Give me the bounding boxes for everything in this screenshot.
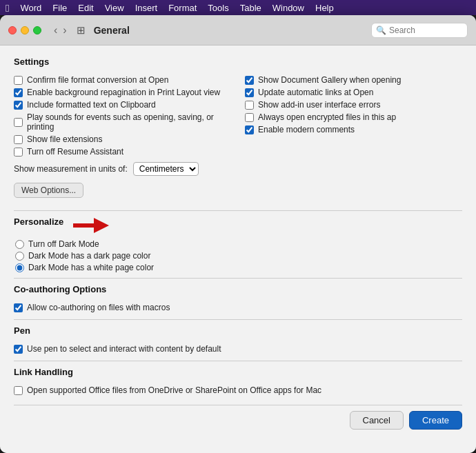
dark-mode-dark-label: Dark Mode has a dark page color	[28, 251, 150, 261]
modern-comments-label: Enable modern comments	[258, 125, 355, 134]
auto-links-label: Update automatic links at Open	[258, 88, 373, 97]
coauthoring-macros-checkbox[interactable]	[14, 303, 23, 312]
cancel-button[interactable]: Cancel	[350, 411, 404, 430]
measurement-row: Show measurement in units of: Centimeter…	[14, 162, 462, 176]
pen-select-checkbox[interactable]	[14, 345, 23, 354]
checkbox-row: Play sounds for events such as opening, …	[14, 111, 231, 133]
coauthoring-divider	[14, 319, 462, 320]
menubar:  Word File Edit View Insert Format Tool…	[0, 0, 476, 15]
confirm-format-label: Confirm file format conversion at Open	[27, 75, 168, 85]
checkbox-row: Enable background repagination in Print …	[14, 86, 231, 99]
addin-errors-label: Show add-in user interface errors	[258, 100, 380, 110]
menubar-help[interactable]: Help	[315, 3, 334, 13]
maximize-button[interactable]	[33, 26, 41, 34]
confirm-format-checkbox[interactable]	[14, 76, 23, 85]
checkbox-row: Open supported Office files from OneDriv…	[14, 384, 462, 396]
menubar-word[interactable]: Word	[20, 3, 41, 13]
menubar-tools[interactable]: Tools	[208, 3, 228, 13]
checkbox-row: Enable modern comments	[245, 123, 462, 136]
apple-menu[interactable]: 	[6, 2, 9, 14]
settings-right-col: Show Document Gallery when opening Updat…	[245, 74, 462, 158]
create-button[interactable]: Create	[409, 411, 462, 430]
coauthoring-section-title: Co-authoring Options	[14, 284, 462, 294]
doc-gallery-checkbox[interactable]	[245, 76, 254, 85]
pen-divider	[14, 361, 462, 361]
link-handling-section-title: Link Handling	[14, 367, 462, 377]
traffic-lights	[8, 26, 41, 34]
addin-errors-checkbox[interactable]	[245, 101, 254, 110]
link-handling-checkbox[interactable]	[14, 386, 23, 395]
preferences-content: Settings Confirm file format conversion …	[0, 46, 476, 453]
radio-row: Dark Mode has a dark page color	[15, 251, 462, 261]
checkbox-row: Allow co-authoring on files with macros	[14, 301, 462, 314]
window-title: General	[94, 25, 130, 36]
radio-row: Dark Mode has a white page color	[15, 263, 462, 272]
search-icon: 🔍	[376, 26, 386, 35]
checkbox-row: Update automatic links at Open	[245, 86, 462, 99]
play-sounds-label: Play sounds for events such as opening, …	[27, 112, 231, 132]
menubar-format[interactable]: Format	[168, 3, 197, 13]
pen-select-label: Use pen to select and interact with cont…	[27, 344, 221, 354]
bottom-buttons: Cancel Create	[14, 405, 462, 430]
red-arrow-icon	[73, 218, 109, 233]
coauthoring-macros-label: Allow co-authoring on files with macros	[27, 303, 170, 312]
pen-section-title: Pen	[14, 325, 462, 336]
radio-row: Turn off Dark Mode	[15, 239, 462, 249]
menubar-view[interactable]: View	[105, 3, 124, 13]
show-extensions-checkbox[interactable]	[14, 135, 23, 144]
web-options-button[interactable]: Web Options...	[14, 183, 83, 198]
measurement-label: Show measurement in units of:	[14, 164, 128, 174]
nav-arrows: ‹ ›	[52, 24, 68, 37]
dark-mode-off-radio[interactable]	[15, 240, 24, 249]
menubar-file[interactable]: File	[52, 3, 67, 13]
search-input[interactable]	[389, 26, 463, 35]
settings-left-col: Confirm file format conversion at Open E…	[14, 74, 231, 158]
dark-mode-white-radio[interactable]	[15, 263, 24, 272]
dark-mode-off-label: Turn off Dark Mode	[28, 239, 99, 249]
doc-gallery-label: Show Document Gallery when opening	[258, 75, 401, 85]
modern-comments-checkbox[interactable]	[245, 125, 254, 134]
checkbox-row: Include formatted text on Clipboard	[14, 99, 231, 111]
settings-section-title: Settings	[14, 57, 462, 67]
background-repagination-checkbox[interactable]	[14, 88, 23, 97]
show-extensions-label: Show file extensions	[27, 134, 102, 144]
dark-mode-white-label: Dark Mode has a white page color	[28, 263, 154, 272]
menubar-edit[interactable]: Edit	[78, 3, 93, 13]
encrypted-files-checkbox[interactable]	[245, 113, 254, 122]
back-button[interactable]: ‹	[52, 24, 59, 37]
minimize-button[interactable]	[21, 26, 29, 34]
titlebar: ‹ › ⊞ General 🔍	[0, 15, 476, 46]
play-sounds-checkbox[interactable]	[14, 118, 23, 127]
menubar-window[interactable]: Window	[272, 3, 304, 13]
checkbox-row: Always open encrypted files in this ap	[245, 111, 462, 123]
preferences-window: ‹ › ⊞ General 🔍 Settings Confirm file fo…	[0, 15, 476, 453]
personalize-section-title: Personalize	[14, 217, 63, 227]
checkbox-row: Use pen to select and interact with cont…	[14, 343, 462, 355]
menubar-table[interactable]: Table	[240, 3, 261, 13]
resume-assistant-checkbox[interactable]	[14, 148, 23, 157]
link-handling-label: Open supported Office files from OneDriv…	[27, 385, 321, 395]
checkbox-row: Show file extensions	[14, 133, 231, 145]
search-box[interactable]: 🔍	[371, 23, 468, 38]
checkbox-row: Confirm file format conversion at Open	[14, 74, 231, 86]
personalize-header-row: Personalize	[14, 217, 462, 234]
settings-divider	[14, 210, 462, 211]
dark-mode-dark-radio[interactable]	[15, 252, 24, 261]
checkbox-row: Show add-in user interface errors	[245, 99, 462, 111]
close-button[interactable]	[8, 26, 17, 34]
personalize-radio-group: Turn off Dark Mode Dark Mode has a dark …	[15, 239, 462, 272]
settings-checkboxes-grid: Confirm file format conversion at Open E…	[14, 74, 462, 158]
menubar-insert[interactable]: Insert	[135, 3, 158, 13]
checkbox-row: Turn off Resume Assistant	[14, 145, 231, 158]
measurement-select[interactable]: Centimeters Inches Millimeters Points Pi…	[133, 162, 199, 176]
checkbox-row: Show Document Gallery when opening	[245, 74, 462, 86]
personalize-divider	[14, 278, 462, 279]
grid-icon: ⊞	[77, 24, 86, 37]
background-repagination-label: Enable background repagination in Print …	[27, 88, 220, 97]
resume-assistant-label: Turn off Resume Assistant	[27, 147, 123, 157]
formatted-text-checkbox[interactable]	[14, 101, 23, 110]
svg-marker-0	[73, 218, 109, 233]
forward-button[interactable]: ›	[61, 24, 68, 37]
auto-links-checkbox[interactable]	[245, 88, 254, 97]
formatted-text-label: Include formatted text on Clipboard	[27, 100, 156, 110]
